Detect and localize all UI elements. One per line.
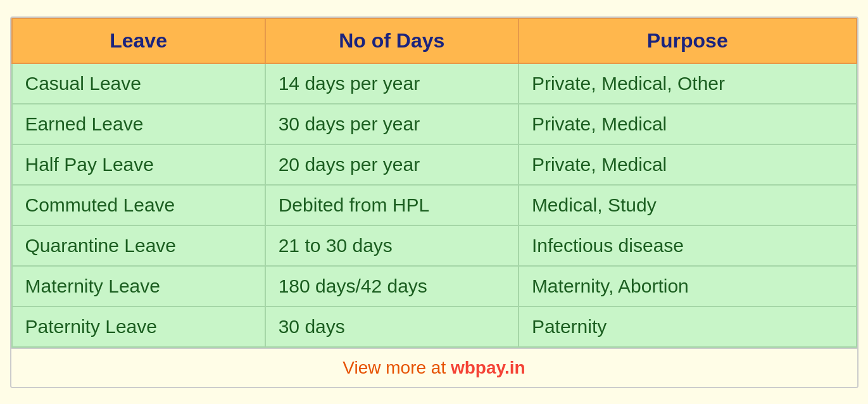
cell-leave-1: Earned Leave: [12, 104, 265, 144]
leave-table-wrapper: Leave No of Days Purpose Casual Leave14 …: [10, 16, 859, 388]
cell-purpose-2: Private, Medical: [519, 144, 857, 185]
table-row: Casual Leave14 days per yearPrivate, Med…: [12, 63, 857, 104]
table-row: Quarantine Leave21 to 30 daysInfectious …: [12, 225, 857, 266]
footer-site: wbpay.in: [451, 358, 525, 377]
header-no-of-days: No of Days: [265, 18, 519, 63]
cell-leave-5: Maternity Leave: [12, 266, 265, 306]
cell-days-6: 30 days: [265, 306, 519, 347]
header-purpose: Purpose: [519, 18, 857, 63]
header-leave: Leave: [12, 18, 265, 63]
footer-prefix: View more at: [343, 358, 451, 377]
footer-row: View more at wbpay.in: [11, 348, 857, 387]
table-row: Commuted LeaveDebited from HPLMedical, S…: [12, 185, 857, 225]
cell-days-0: 14 days per year: [265, 63, 519, 104]
cell-leave-6: Paternity Leave: [12, 306, 265, 347]
cell-leave-3: Commuted Leave: [12, 185, 265, 225]
cell-leave-2: Half Pay Leave: [12, 144, 265, 185]
cell-purpose-0: Private, Medical, Other: [519, 63, 857, 104]
cell-days-5: 180 days/42 days: [265, 266, 519, 306]
cell-days-3: Debited from HPL: [265, 185, 519, 225]
cell-days-1: 30 days per year: [265, 104, 519, 144]
cell-purpose-3: Medical, Study: [519, 185, 857, 225]
cell-purpose-6: Paternity: [519, 306, 857, 347]
cell-days-2: 20 days per year: [265, 144, 519, 185]
cell-leave-0: Casual Leave: [12, 63, 265, 104]
table-header-row: Leave No of Days Purpose: [12, 18, 857, 63]
table-row: Half Pay Leave20 days per yearPrivate, M…: [12, 144, 857, 185]
cell-purpose-4: Infectious disease: [519, 225, 857, 266]
table-row: Paternity Leave30 daysPaternity: [12, 306, 857, 347]
cell-purpose-5: Maternity, Abortion: [519, 266, 857, 306]
cell-leave-4: Quarantine Leave: [12, 225, 265, 266]
table-row: Maternity Leave180 days/42 daysMaternity…: [12, 266, 857, 306]
cell-days-4: 21 to 30 days: [265, 225, 519, 266]
leave-table: Leave No of Days Purpose Casual Leave14 …: [11, 18, 857, 348]
table-row: Earned Leave30 days per yearPrivate, Med…: [12, 104, 857, 144]
cell-purpose-1: Private, Medical: [519, 104, 857, 144]
